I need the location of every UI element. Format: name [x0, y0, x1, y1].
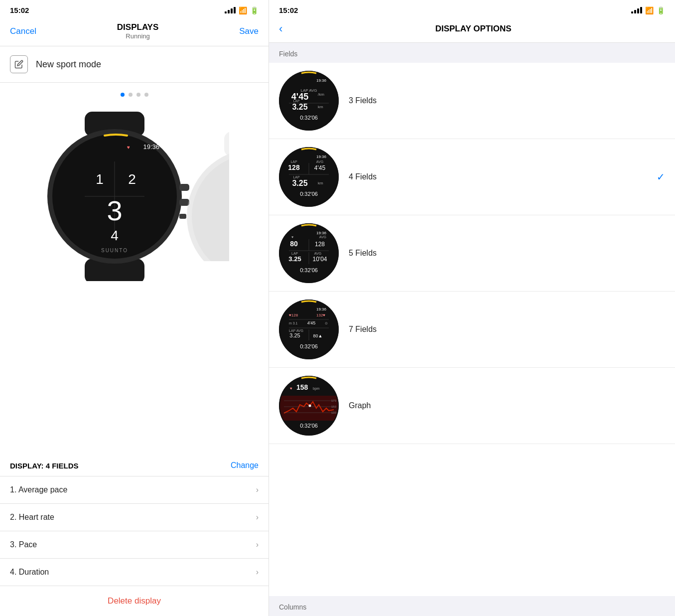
watch-thumb-graph: ♥ 158 bpm 170 150 130 0:32'06 [279, 376, 339, 436]
svg-text:19:36: 19:36 [316, 78, 327, 83]
option-3-fields[interactable]: 19:36 LAP AVG 4'45 /km LAP 3.25 km 0:32'… [269, 63, 675, 139]
svg-text:0:32'06: 0:32'06 [300, 267, 318, 273]
field-item-1[interactable]: 1. Average pace › [0, 476, 269, 504]
delete-display-button[interactable]: Delete display [0, 586, 269, 616]
svg-text:3.25: 3.25 [292, 103, 307, 111]
svg-text:⊙: ⊙ [325, 321, 328, 325]
watch-thumb-3-fields: 19:36 LAP AVG 4'45 /km LAP 3.25 km 0:32'… [279, 71, 339, 131]
battery-icon: 🔋 [250, 6, 259, 14]
nav-title-left: DISPLAYS Running [117, 22, 158, 40]
options-list: 19:36 LAP AVG 4'45 /km LAP 3.25 km 0:32'… [269, 63, 675, 596]
display-fields-title: DISPLAY: 4 FIELDS [10, 462, 79, 470]
svg-text:4'45: 4'45 [314, 164, 326, 171]
svg-text:km: km [318, 181, 323, 185]
svg-text:♥: ♥ [127, 145, 130, 150]
signal-icon-right [631, 7, 642, 13]
battery-icon-right: 🔋 [657, 6, 665, 14]
option-graph[interactable]: ♥ 158 bpm 170 150 130 0:32'06 [269, 368, 675, 444]
time-right: 15:02 [279, 6, 298, 14]
wifi-icon-right: 📶 [645, 6, 654, 14]
watch-thumb-5-fields: 19:36 ♥ AVG 80 128 LAP AVG 3.25 10'04 0:… [279, 223, 339, 283]
status-bar-right: 15:02 📶 🔋 [269, 0, 675, 18]
option-5-fields[interactable]: 19:36 ♥ AVG 80 128 LAP AVG 3.25 10'04 0:… [269, 215, 675, 292]
chevron-icon-4: › [256, 568, 259, 577]
svg-text:4: 4 [111, 228, 119, 243]
watch-display-area: 19:36 ♥ 1 2 3 4 SUUNTO [40, 107, 229, 286]
field-label-1: 1. Average pace [10, 485, 67, 494]
svg-text:19:36: 19:36 [316, 154, 327, 159]
display-fields-header: DISPLAY: 4 FIELDS Change [0, 453, 269, 476]
svg-text:0:32'06: 0:32'06 [300, 191, 318, 197]
field-label-2: 2. Heart rate [10, 513, 54, 522]
svg-text:2: 2 [128, 171, 136, 187]
option-label-5-fields: 5 Fields [349, 249, 665, 258]
svg-text:132♥: 132♥ [316, 313, 325, 317]
running-subtitle: Running [117, 32, 158, 40]
svg-text:LAP AVG: LAP AVG [289, 329, 303, 332]
edit-icon[interactable] [10, 55, 28, 73]
sport-mode-row: New sport mode [0, 46, 269, 83]
svg-text:AVG: AVG [316, 160, 323, 163]
option-7-fields[interactable]: 19:36 ♥128 132♥ m 3.1 4'45 ⊙ LAP AVG 3.2… [269, 292, 675, 368]
change-button[interactable]: Change [231, 461, 259, 470]
dot-4 [144, 93, 148, 97]
svg-text:10'04: 10'04 [313, 256, 327, 263]
option-label-7-fields: 7 Fields [349, 325, 665, 334]
preview-watch: 1 3 5 [179, 132, 229, 261]
svg-rect-16 [224, 132, 229, 156]
displays-title: DISPLAYS [117, 22, 158, 32]
svg-text:19:36: 19:36 [316, 231, 327, 235]
svg-text:3.25: 3.25 [288, 255, 301, 263]
svg-text:/km: /km [318, 92, 324, 97]
svg-text:1: 1 [96, 171, 104, 187]
carousel-dots [121, 93, 148, 97]
svg-text:150: 150 [331, 405, 337, 408]
watch-thumb-4-fields: 19:36 LAP 128 AVG 4'45 LAP 3.25 km 0:32'… [279, 147, 339, 207]
save-button[interactable]: Save [239, 26, 259, 36]
display-options-title: DISPLAY OPTIONS [292, 24, 654, 34]
selected-check-icon: ✓ [657, 171, 665, 183]
option-label-graph: Graph [349, 401, 665, 410]
chevron-icon-3: › [256, 540, 259, 549]
svg-text:19:36: 19:36 [143, 143, 159, 151]
back-button[interactable]: ‹ [279, 22, 282, 35]
field-item-2[interactable]: 2. Heart rate › [0, 504, 269, 531]
field-list: 1. Average pace › 2. Heart rate › 3. Pac… [0, 476, 269, 586]
sport-mode-label: New sport mode [36, 59, 101, 70]
svg-text:0:32'06: 0:32'06 [300, 115, 318, 121]
svg-text:158: 158 [296, 383, 308, 391]
option-label-4-fields: 4 Fields [349, 172, 657, 181]
chevron-icon-1: › [256, 485, 259, 494]
svg-text:LAP: LAP [290, 160, 297, 163]
svg-text:AVG: AVG [319, 235, 326, 239]
option-4-fields[interactable]: 19:36 LAP 128 AVG 4'45 LAP 3.25 km 0:32'… [269, 139, 675, 215]
dot-1 [121, 93, 125, 97]
cancel-button[interactable]: Cancel [10, 26, 36, 36]
wifi-icon: 📶 [239, 6, 247, 14]
svg-text:4'45: 4'45 [307, 320, 316, 325]
svg-rect-74 [280, 396, 338, 421]
right-panel: 15:02 📶 🔋 ‹ DISPLAY OPTIONS Fields [269, 0, 675, 616]
svg-text:170: 170 [331, 399, 337, 402]
columns-section-header: Columns [269, 596, 675, 616]
svg-text:130: 130 [331, 411, 337, 414]
field-item-4[interactable]: 4. Duration › [0, 559, 269, 586]
svg-text:80▲: 80▲ [313, 333, 323, 338]
chevron-icon-2: › [256, 513, 259, 522]
field-label-4: 4. Duration [10, 568, 49, 577]
svg-text:km: km [318, 105, 323, 109]
option-label-3-fields: 3 Fields [349, 96, 665, 105]
watch-carousel: 19:36 ♥ 1 2 3 4 SUUNTO [0, 83, 269, 453]
svg-text:80: 80 [290, 240, 298, 248]
svg-text:AVG: AVG [314, 252, 321, 255]
svg-text:128: 128 [315, 241, 325, 248]
svg-text:LAP: LAP [293, 99, 300, 103]
field-item-3[interactable]: 3. Pace › [0, 531, 269, 559]
watch-thumb-7-fields: 19:36 ♥128 132♥ m 3.1 4'45 ⊙ LAP AVG 3.2… [279, 300, 339, 359]
status-icons-left: 📶 🔋 [225, 6, 259, 14]
svg-text:♥128: ♥128 [289, 313, 298, 317]
fields-section-header: Fields [269, 43, 675, 63]
dot-3 [136, 93, 140, 97]
svg-text:SUUNTO: SUUNTO [101, 248, 128, 253]
svg-text:128: 128 [288, 163, 300, 171]
